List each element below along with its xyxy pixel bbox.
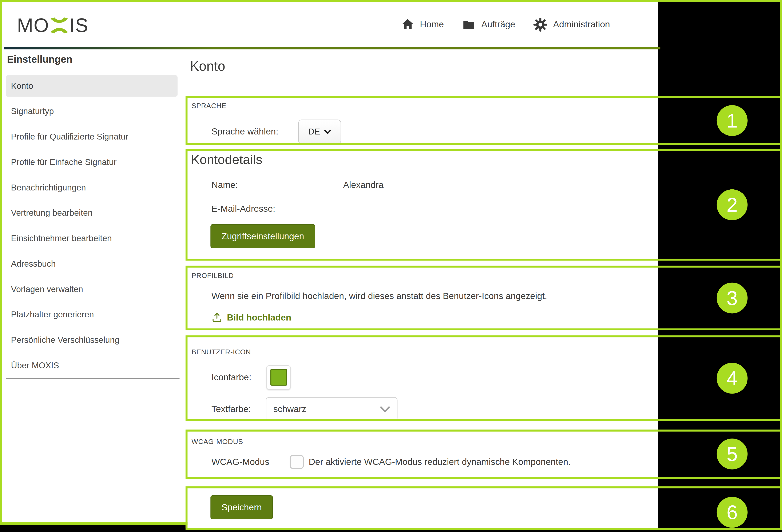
sidebar-item-profile-qualifizierte-signatur[interactable]: Profile für Qualifizierte Signatur	[6, 124, 178, 150]
name-row: Name: Alexandra	[211, 178, 384, 192]
annotation-frame-top	[0, 0, 782, 2]
annotation-frame-right	[780, 0, 782, 530]
bottom-mask	[0, 525, 185, 532]
language-selected-value: DE	[308, 127, 320, 137]
sidebar-item-konto[interactable]: Konto	[6, 75, 178, 97]
kontodetails-section-title: Kontodetails	[191, 152, 262, 167]
name-value: Alexandra	[343, 180, 384, 190]
annotation-marker-3: 3	[717, 282, 748, 313]
upload-icon	[211, 312, 222, 323]
wcag-checkbox[interactable]	[290, 455, 304, 469]
icon-color-picker[interactable]	[266, 365, 291, 389]
sidebar-item-adressbuch[interactable]: Adressbuch	[6, 251, 178, 276]
chevron-down-icon	[380, 406, 390, 413]
page-title: Konto	[190, 59, 225, 74]
wcag-field-label: WCAG-Modus	[211, 457, 290, 467]
logo-text-mo: MO	[17, 14, 49, 36]
annotation-marker-6: 6	[717, 497, 748, 528]
nav-label: Aufträge	[481, 20, 515, 30]
sidebar-item-benachrichtigungen[interactable]: Benachrichtigungen	[6, 175, 178, 200]
gear-icon	[533, 17, 548, 32]
language-dropdown[interactable]: DE	[298, 119, 341, 144]
wcag-section-label: WCAG-MODUS	[191, 438, 243, 446]
sidebar-item-profile-einfache-signatur[interactable]: Profile für Einfache Signatur	[6, 149, 178, 175]
folder-icon	[462, 18, 476, 31]
iconfarbe-label: Iconfarbe:	[211, 372, 266, 383]
upload-link-label: Bild hochladen	[227, 312, 291, 323]
nav-label: Home	[420, 20, 444, 30]
annotation-frame-left	[0, 0, 2, 525]
logo-x-icon	[50, 15, 69, 35]
sidebar-title: Einstellungen	[7, 54, 72, 65]
sidebar-item-persoenliche-verschluesselung[interactable]: Persönliche Verschlüsselung	[6, 328, 178, 353]
sidebar-item-signaturtyp[interactable]: Signaturtyp	[6, 99, 178, 124]
annotation-marker-5: 5	[717, 439, 748, 469]
moxis-logo: MO IS	[17, 13, 89, 38]
textfarbe-row: Textfarbe: schwarz	[211, 398, 397, 421]
annotation-marker-1: 1	[717, 105, 748, 136]
sidebar-item-vertretung-bearbeiten[interactable]: Vertretung bearbeiten	[6, 200, 178, 226]
home-icon	[401, 18, 415, 31]
profilbild-section-label: PROFILBILD	[191, 272, 234, 280]
logo-text-is: IS	[69, 14, 89, 36]
chevron-down-icon	[324, 129, 331, 134]
header-divider	[4, 47, 660, 49]
annotated-screenshot: MO IS Home Aufträge	[0, 0, 782, 532]
benutzer-icon-section-label: BENUTZER-ICON	[191, 348, 251, 356]
moxis-app-window: MO IS Home Aufträge	[2, 2, 658, 528]
settings-menu: Konto Signaturtyp Profile für Qualifizie…	[6, 73, 178, 378]
name-label: Name:	[211, 180, 343, 190]
wcag-description: Der aktivierte WCAG-Modus reduziert dyna…	[309, 457, 571, 467]
profilbild-description: Wenn sie ein Profilbild hochladen, wird …	[211, 291, 640, 302]
sidebar-item-ueber-moxis[interactable]: Über MOXIS	[6, 353, 178, 378]
bild-hochladen-link[interactable]: Bild hochladen	[211, 312, 291, 323]
text-color-selected-value: schwarz	[273, 404, 306, 414]
sidebar-item-vorlagen-verwalten[interactable]: Vorlagen verwalten	[6, 276, 178, 302]
textfarbe-label: Textfarbe:	[211, 404, 266, 414]
zugriffseinstellungen-button[interactable]: Zugriffseinstellungen	[210, 224, 315, 248]
annotation-marker-2: 2	[717, 189, 748, 220]
speichern-button[interactable]: Speichern	[210, 495, 273, 519]
email-row: E-Mail-Adresse:	[211, 201, 343, 216]
icon-color-swatch	[270, 369, 287, 386]
sidebar-item-einsichtnehmer-bearbeiten[interactable]: Einsichtnehmer bearbeiten	[6, 226, 178, 251]
nav-item-home[interactable]: Home	[401, 18, 444, 31]
nav-item-administration[interactable]: Administration	[533, 17, 610, 32]
sprache-row: Sprache wählen: DE	[211, 120, 341, 144]
wcag-row: WCAG-Modus Der aktivierte WCAG-Modus red…	[211, 452, 571, 472]
annotation-marker-4: 4	[717, 363, 748, 394]
annotation-frame-bottom	[0, 522, 187, 525]
sidebar-divider	[6, 378, 179, 379]
text-color-select[interactable]: schwarz	[266, 397, 397, 421]
nav-item-auftraege[interactable]: Aufträge	[462, 18, 515, 31]
iconfarbe-row: Iconfarbe:	[211, 365, 291, 389]
sprache-field-label: Sprache wählen:	[211, 126, 298, 137]
top-navigation: Home Aufträge	[401, 2, 660, 47]
sidebar-item-platzhalter-generieren[interactable]: Platzhalter generieren	[6, 302, 178, 328]
nav-label: Administration	[553, 20, 610, 30]
email-label: E-Mail-Adresse:	[211, 203, 343, 214]
sprache-section-label: SPRACHE	[191, 102, 226, 110]
